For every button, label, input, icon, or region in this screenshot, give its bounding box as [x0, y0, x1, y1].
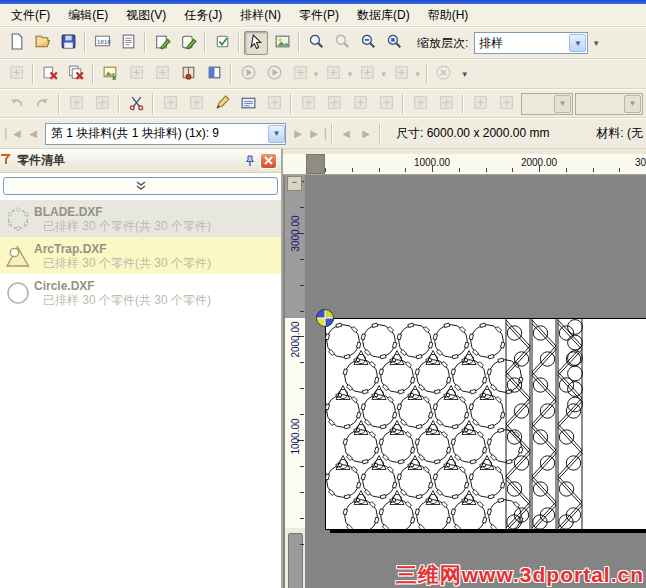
- nest-report-button[interactable]: [116, 31, 140, 55]
- start-nesting-icon: [240, 64, 257, 84]
- chevron-down-icon: ▼: [312, 70, 320, 79]
- select-parts-button: [90, 92, 114, 116]
- horizontal-ruler: 1000.002000.003000: [283, 154, 646, 175]
- ruler-tick: [512, 168, 513, 172]
- zoom-level-combobox[interactable]: 排样 ▼: [474, 32, 588, 54]
- toggle-fill-display-icon: [206, 64, 223, 84]
- next-result-button[interactable]: ▶: [356, 124, 376, 144]
- part-item-blade-dxf[interactable]: BLADE.DXF已排样 30 个零件(共 30 个零件): [0, 200, 281, 237]
- mirror-horizontal-button: [296, 92, 320, 116]
- toolbar-overflow-button[interactable]: ▼: [592, 39, 600, 48]
- zoom-window-button[interactable]: [304, 31, 328, 55]
- menu-item-help[interactable]: 帮助(H): [419, 5, 478, 26]
- part-library-button[interactable]: [176, 62, 200, 86]
- remove-quantity-button: [494, 92, 518, 116]
- menu-bar: 文件(F)编辑(E)视图(V)任务(J)排样(N)零件(P)数据库(D)帮助(H…: [0, 4, 646, 27]
- priority-down-button: [434, 92, 458, 116]
- chevron-down-icon: ▼: [380, 70, 388, 79]
- edit-task-button[interactable]: [150, 31, 174, 55]
- ruler-tick: [300, 207, 304, 208]
- toolbar-separator: [92, 64, 94, 84]
- rotate-left-icon: [352, 94, 369, 114]
- expand-list-button[interactable]: [3, 177, 278, 195]
- new-file-button[interactable]: [4, 31, 28, 55]
- menu-item-nest[interactable]: 排样(N): [231, 5, 290, 26]
- toolbar-overflow-button-2[interactable]: ▼: [461, 70, 469, 79]
- ruler-tick: [459, 168, 460, 172]
- align-center-icon: [188, 94, 205, 114]
- first-sheet-button[interactable]: ▏◀: [3, 124, 23, 144]
- toggle-fill-display-button[interactable]: [202, 62, 226, 86]
- part-gear-icon: [2, 206, 34, 232]
- sheet-selector-combobox[interactable]: 第 1 块排料(共 1 块排料) (1x): 9 ▼: [45, 123, 286, 145]
- zoom-out-button[interactable]: [356, 31, 380, 55]
- split-part-button[interactable]: [124, 92, 148, 116]
- select-cursor-button[interactable]: [244, 31, 268, 55]
- menu-item-file[interactable]: 文件(F): [2, 5, 59, 26]
- export-image-button[interactable]: [98, 62, 122, 86]
- part-file-name: Circle.DXF: [34, 279, 211, 293]
- previous-result-button[interactable]: ◀: [336, 124, 356, 144]
- export-nc-code-icon: 10101: [94, 33, 111, 53]
- toolbar-separator: [290, 94, 292, 114]
- pin-icon[interactable]: [242, 154, 257, 168]
- remove-part-button[interactable]: [38, 62, 62, 86]
- save-file-button[interactable]: [56, 31, 80, 55]
- edit-geometry-button[interactable]: [210, 92, 234, 116]
- menu-item-view[interactable]: 视图(V): [117, 5, 175, 26]
- part-properties-button[interactable]: [236, 92, 260, 116]
- menu-item-database[interactable]: 数据库(D): [348, 5, 419, 26]
- h-ruler-label: 3000: [635, 157, 646, 168]
- sheet[interactable]: [325, 318, 646, 530]
- toolbar-separator: [426, 64, 428, 84]
- previous-sheet-button[interactable]: ◀: [23, 124, 43, 144]
- stop-nesting-button: [432, 62, 456, 86]
- part-item-circle-dxf[interactable]: Circle.DXF已排样 30 个零件(共 30 个零件): [0, 274, 281, 311]
- array-copy-icon: [266, 94, 283, 114]
- last-sheet-button[interactable]: ▶▕: [308, 124, 328, 144]
- part-item-arctrap-dxf[interactable]: ArcTrap.DXF已排样 30 个零件(共 30 个零件): [0, 237, 281, 274]
- continue-nesting-button: [262, 62, 286, 86]
- vertical-scroll-thumb[interactable]: [288, 533, 303, 588]
- zoom-extents-button[interactable]: [382, 31, 406, 55]
- chevron-down-icon: ▼: [624, 95, 641, 113]
- next-sheet-button[interactable]: ▶: [288, 124, 308, 144]
- nesting-canvas[interactable]: 3000.002000.001000.00 1000.002000.003000…: [283, 149, 646, 588]
- material-label: 材料: (无: [596, 125, 643, 142]
- export-image-icon: [102, 64, 119, 84]
- part-file-name: BLADE.DXF: [34, 205, 211, 219]
- chevron-down-icon[interactable]: ▼: [268, 125, 285, 143]
- close-icon[interactable]: [260, 153, 277, 169]
- mirror-vertical-button: [322, 92, 346, 116]
- export-nc-code-button[interactable]: 10101: [90, 31, 114, 55]
- open-file-button[interactable]: [30, 31, 54, 55]
- zoom-window-icon: [308, 33, 325, 53]
- split-part-icon: [128, 94, 145, 114]
- nest-report-icon: [120, 33, 137, 53]
- ruler-tick: [300, 362, 304, 363]
- remove-quantity-icon: [498, 94, 515, 114]
- menu-item-part[interactable]: 零件(P): [290, 5, 348, 26]
- menu-item-job[interactable]: 任务(J): [175, 5, 231, 26]
- view-nest-image-button[interactable]: [270, 31, 294, 55]
- start-nesting-button: [236, 62, 260, 86]
- mirror-vertical-icon: [326, 94, 343, 114]
- ruler-corner-box: [306, 154, 325, 174]
- chevron-down-icon: ▼: [554, 95, 571, 113]
- sheet-navigation-bar: ▏◀ ◀ 第 1 块排料(共 1 块排料) (1x): 9 ▼ ▶ ▶▕ ◀ ▶…: [0, 118, 646, 149]
- ruler-collapse-button[interactable]: −: [287, 176, 302, 191]
- verify-parts-button[interactable]: [210, 31, 234, 55]
- sheet-shadow: [330, 529, 646, 533]
- edit-nest-button[interactable]: [176, 31, 200, 55]
- nest-pattern-a-icon: [292, 64, 309, 84]
- menu-item-edit[interactable]: 编辑(E): [59, 5, 117, 26]
- priority-up-icon: [412, 94, 429, 114]
- h-ruler-label: 1000.00: [414, 157, 450, 168]
- mirror-horizontal-icon: [300, 94, 317, 114]
- watermark: 三维网www.3dportal.cn: [396, 561, 644, 588]
- nested-parts-drawing: [325, 318, 646, 530]
- toolbar-separator: [379, 124, 381, 144]
- chevron-down-icon[interactable]: ▼: [569, 34, 586, 52]
- paste-nest-button: [150, 62, 174, 86]
- remove-all-parts-button[interactable]: [64, 62, 88, 86]
